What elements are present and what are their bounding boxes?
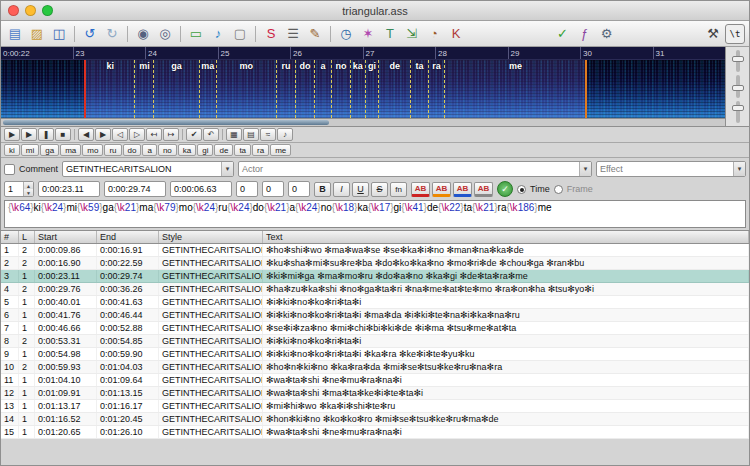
karaoke-syllable-region[interactable]: me — [444, 60, 585, 118]
subtitle-row[interactable]: 610:00:41.760:00:46.44GETINTHECARITSALIO… — [1, 309, 749, 322]
timing-postprocessor-icon[interactable]: ◔ — [424, 24, 444, 44]
stop-button[interactable]: ■ — [55, 128, 71, 141]
karaoke-syllable-region[interactable]: ga — [153, 60, 198, 118]
play-button[interactable]: ▶ — [4, 128, 20, 141]
frame-radio[interactable] — [554, 185, 563, 194]
italic-button[interactable]: I — [333, 182, 350, 197]
outline-color-button[interactable]: AB — [453, 182, 472, 197]
karaoke-syllable-region[interactable]: ka — [350, 60, 365, 118]
font-button[interactable]: fn — [390, 182, 407, 197]
start-time-field[interactable]: 0:00:23.11 — [38, 181, 100, 197]
stepper-arrows[interactable]: ▲▼ — [23, 182, 33, 196]
secondary-color-button[interactable]: AB — [432, 182, 451, 197]
undo-icon[interactable]: ↺ — [80, 24, 100, 44]
revert-changes-button[interactable]: ↶ — [203, 128, 219, 141]
new-subtitles-icon[interactable]: ▤ — [5, 24, 25, 44]
karaoke-syllable-button[interactable]: ra — [252, 144, 269, 156]
karaoke-syllable-region[interactable]: ma — [199, 60, 216, 118]
tools-icon[interactable]: ⚒ — [703, 24, 723, 44]
karaoke-syllable-button[interactable]: gi — [197, 144, 213, 156]
horizontal-zoom-slider[interactable] — [736, 50, 740, 72]
karaoke-syllable-region[interactable]: ta — [410, 60, 428, 118]
play-before-button[interactable]: ◀ — [78, 128, 94, 141]
styling-assistant-icon[interactable]: ✶ — [358, 24, 378, 44]
subtitle-row[interactable]: 710:00:46.660:00:52.88GETINTHECARITSALIO… — [1, 322, 749, 335]
open-video-icon[interactable]: ▭ — [186, 24, 206, 44]
karaoke-template-icon[interactable]: \t — [725, 24, 745, 44]
karaoke-syllable-button[interactable]: do — [123, 144, 142, 156]
find-replace-icon[interactable]: ◎ — [155, 24, 175, 44]
karaoke-syllable-button[interactable]: ka — [178, 144, 196, 156]
vertical-zoom-slider[interactable] — [736, 75, 740, 97]
audio-selection[interactable]: kimigamamorudoanokagidetarame — [84, 60, 587, 118]
subtitle-row[interactable]: 1110:01:04.100:01:09.64GETINTHECARITSALI… — [1, 374, 749, 387]
karaoke-syllable-button[interactable]: ma — [60, 144, 81, 156]
open-audio-icon[interactable]: ♪ — [208, 24, 228, 44]
audio-spectrogram[interactable]: kimigamamorudoanokagidetarame — [1, 60, 725, 118]
detach-video-icon[interactable]: ▢ — [230, 24, 250, 44]
properties-icon[interactable]: ☰ — [283, 24, 303, 44]
close-button[interactable] — [8, 5, 19, 16]
subtitle-row[interactable]: 1210:01:09.910:01:13.15GETINTHECARITSALI… — [1, 387, 749, 400]
subtitle-row[interactable]: 120:00:09.860:00:16.91GETINTHECARITSALIO… — [1, 244, 749, 257]
karaoke-syllable-region[interactable]: de — [378, 60, 410, 118]
time-radio[interactable] — [517, 185, 526, 194]
karaoke-syllable-button[interactable]: de — [214, 144, 233, 156]
pause-button[interactable]: ❚ — [38, 128, 54, 141]
karaoke-syllable-button[interactable]: no — [158, 144, 177, 156]
karaoke-syllable-region[interactable]: mo — [216, 60, 276, 118]
margin-left-field[interactable]: 0 — [236, 181, 258, 197]
commit-button[interactable]: ✓ — [497, 181, 513, 197]
margin-vertical-field[interactable]: 0 — [288, 181, 310, 197]
subtitle-row[interactable]: 420:00:29.760:00:36.26GETINTHECARITSALIO… — [1, 283, 749, 296]
karaoke-syllable-button[interactable]: a — [142, 144, 156, 156]
duration-field[interactable]: 0:00:06.63 — [170, 181, 232, 197]
spellcheck-icon[interactable]: ✓ — [553, 24, 573, 44]
subtitle-row[interactable]: 310:00:23.110:00:29.74GETINTHECARITSALIO… — [1, 270, 749, 283]
automation-icon[interactable]: ƒ — [575, 24, 595, 44]
open-subtitles-icon[interactable]: ▨ — [27, 24, 47, 44]
attachments-icon[interactable]: ✎ — [305, 24, 325, 44]
waveform-mode-button[interactable]: ▤ — [243, 128, 259, 141]
commit-changes-button[interactable]: ✔ — [186, 128, 202, 141]
play-after-button[interactable]: ▶ — [95, 128, 111, 141]
audio-timeline[interactable]: 0:00:22232425262728293031 — [1, 47, 725, 60]
karaoke-syllable-button[interactable]: ki — [4, 144, 20, 156]
subtitle-row[interactable]: 1020:00:59.930:01:04.03GETINTHECARITSALI… — [1, 361, 749, 374]
karaoke-syllable-region[interactable]: mi — [134, 60, 153, 118]
actor-select[interactable]: Actor ▾ — [238, 161, 592, 177]
subtitle-row[interactable]: 1510:01:20.650:01:26.10GETINTHECARITSALI… — [1, 426, 749, 439]
redo-icon[interactable]: ↻ — [102, 24, 122, 44]
vertical-zoom-thumb[interactable] — [732, 85, 744, 91]
subtitle-row[interactable]: 510:00:40.010:00:41.63GETINTHECARITSALIO… — [1, 296, 749, 309]
subtitle-row[interactable]: 1410:01:16.520:01:20.45GETINTHECARITSALI… — [1, 413, 749, 426]
minimize-button[interactable] — [25, 5, 36, 16]
karaoke-syllable-region[interactable]: ki — [86, 60, 134, 118]
karaoke-syllable-button[interactable]: ga — [40, 144, 59, 156]
bold-button[interactable]: B — [314, 182, 331, 197]
karaoke-mode-button[interactable]: ♪ — [277, 128, 293, 141]
margin-right-field[interactable]: 0 — [262, 181, 284, 197]
find-icon[interactable]: ◉ — [133, 24, 153, 44]
translation-assistant-icon[interactable]: T — [380, 24, 400, 44]
karaoke-syllable-region[interactable]: do — [295, 60, 314, 118]
horizontal-zoom-thumb[interactable] — [732, 56, 744, 62]
primary-color-button[interactable]: AB — [411, 182, 430, 197]
shift-times-icon[interactable]: ◷ — [336, 24, 356, 44]
audio-scrollbar[interactable] — [1, 118, 725, 126]
goto-selection-end-button[interactable]: ↦ — [163, 128, 179, 141]
subtitle-row[interactable]: 910:00:54.980:00:59.90GETINTHECARITSALIO… — [1, 348, 749, 361]
stepper-up-icon[interactable]: ▲ — [24, 182, 33, 189]
stepper-down-icon[interactable]: ▼ — [24, 189, 33, 196]
strikeout-button[interactable]: S — [371, 182, 388, 197]
karaoke-syllable-button[interactable]: mi — [21, 144, 39, 156]
volume-slider[interactable] — [736, 101, 740, 123]
goto-selection-start-button[interactable]: ↤ — [146, 128, 162, 141]
karaoke-syllable-button[interactable]: me — [270, 144, 291, 156]
save-subtitles-icon[interactable]: ◫ — [49, 24, 69, 44]
end-time-field[interactable]: 0:00:29.74 — [104, 181, 166, 197]
styles-manager-icon[interactable]: S — [261, 24, 281, 44]
karaoke-syllable-region[interactable]: gi — [365, 60, 379, 118]
options-icon[interactable]: ⚙ — [597, 24, 617, 44]
karaoke-syllable-button[interactable]: ru — [104, 144, 121, 156]
